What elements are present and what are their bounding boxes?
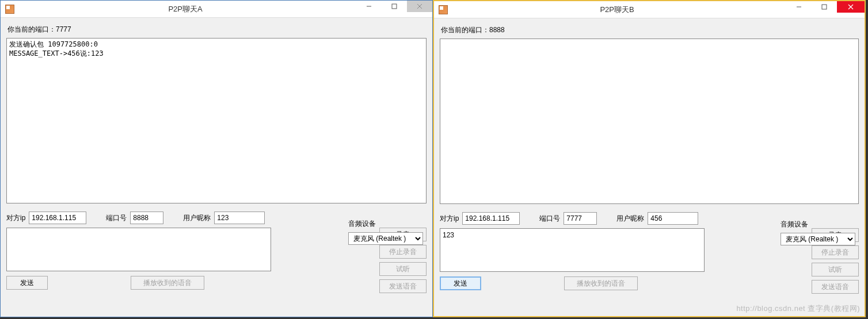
message-area: 发送 播放收到的语音 xyxy=(440,228,794,294)
stop-record-button[interactable]: 停止录音 xyxy=(379,245,427,259)
nickname-label: 用户昵称 xyxy=(183,213,211,223)
window-title: P2P聊天B xyxy=(448,5,786,15)
chat-log[interactable] xyxy=(440,39,859,204)
message-input[interactable] xyxy=(440,228,705,272)
play-received-button[interactable]: 播放收到的语音 xyxy=(564,276,638,290)
svg-rect-1 xyxy=(392,4,397,9)
audio-device-label: 音频设备 xyxy=(781,220,855,229)
chat-log[interactable]: 发送确认包 1097725800:0 MESSAGE_TEXT->456说:12… xyxy=(6,38,427,203)
app-icon xyxy=(5,5,14,14)
current-port-label: 你当前的端口：8888 xyxy=(441,25,859,35)
play-received-button[interactable]: 播放收到的语音 xyxy=(131,276,204,290)
close-button[interactable] xyxy=(837,1,865,13)
audio-section: 音频设备 麦克风 (Realtek ) xyxy=(781,220,855,245)
minimize-button[interactable] xyxy=(786,1,812,13)
window-title: P2P聊天A xyxy=(14,4,356,14)
window-controls xyxy=(786,1,865,18)
current-port-label: 你当前的端口：7777 xyxy=(7,25,427,34)
message-input[interactable] xyxy=(6,228,271,271)
titlebar[interactable]: P2P聊天A xyxy=(1,1,432,18)
peer-port-label: 端口号 xyxy=(539,214,560,224)
peer-ip-input[interactable] xyxy=(462,212,520,225)
nickname-input[interactable] xyxy=(214,212,265,224)
send-row: 发送 播放收到的语音 xyxy=(6,276,362,290)
preview-button[interactable]: 试听 xyxy=(379,262,427,276)
nickname-label: 用户昵称 xyxy=(616,214,644,224)
peer-ip-label: 对方ip xyxy=(440,214,459,224)
peer-port-input[interactable] xyxy=(564,212,597,225)
peer-port-input[interactable] xyxy=(130,212,163,224)
audio-section: 音频设备 麦克风 (Realtek ) xyxy=(348,219,423,245)
peer-ip-input[interactable] xyxy=(29,212,86,224)
audio-device-label: 音频设备 xyxy=(348,219,423,229)
send-button[interactable]: 发送 xyxy=(440,276,481,290)
stop-record-button[interactable]: 停止录音 xyxy=(812,245,859,259)
send-voice-button[interactable]: 发送语音 xyxy=(379,279,427,293)
send-voice-button[interactable]: 发送语音 xyxy=(812,280,859,294)
window-a: P2P聊天A 你当前的端口：7777 发送确认包 1097725800:0 ME… xyxy=(0,0,433,317)
window-controls xyxy=(356,1,432,17)
client-area: 你当前的端口：7777 发送确认包 1097725800:0 MESSAGE_T… xyxy=(1,18,432,317)
watermark: http://blog.csdn.net 查字典(教程网) xyxy=(736,303,860,314)
audio-device-select[interactable]: 麦克风 (Realtek ) xyxy=(348,232,423,245)
maximize-button[interactable] xyxy=(382,1,407,12)
minimize-button[interactable] xyxy=(356,1,382,12)
client-area: 你当前的端口：8888 对方ip 端口号 用户昵称 发送 播放收到的语音 录音 xyxy=(434,18,865,316)
window-b: P2P聊天B 你当前的端口：8888 对方ip 端口号 用户昵称 发送 xyxy=(433,0,866,317)
svg-rect-5 xyxy=(822,5,827,9)
peer-ip-label: 对方ip xyxy=(6,213,25,223)
titlebar[interactable]: P2P聊天B xyxy=(434,1,865,18)
app-icon xyxy=(439,5,448,14)
preview-button[interactable]: 试听 xyxy=(812,263,859,276)
maximize-button[interactable] xyxy=(812,1,837,13)
audio-device-select[interactable]: 麦克风 (Realtek ) xyxy=(781,233,855,245)
close-button[interactable] xyxy=(407,1,432,12)
message-area: 发送 播放收到的语音 xyxy=(6,228,362,293)
send-row: 发送 播放收到的语音 xyxy=(440,276,794,290)
peer-port-label: 端口号 xyxy=(106,213,127,223)
nickname-input[interactable] xyxy=(648,212,698,225)
send-button[interactable]: 发送 xyxy=(6,276,48,290)
